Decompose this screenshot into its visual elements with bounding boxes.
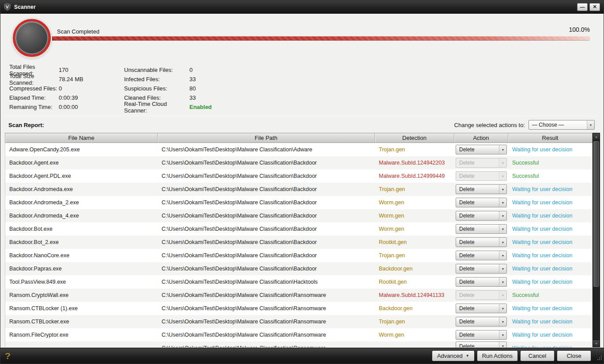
chevron-down-icon: ▼ [499, 291, 506, 300]
file-path-cell: C:\Users\OokamiTest\Desktop\Malware Clas… [158, 213, 375, 219]
action-select[interactable]: Delete▼ [456, 237, 507, 247]
action-value: Delete [456, 305, 499, 311]
action-select[interactable]: Delete▼ [456, 304, 507, 313]
table-row[interactable]: Backdoor.Papras.exeC:\Users\OokamiTest\D… [5, 262, 592, 275]
action-select[interactable]: Delete▼ [456, 211, 507, 221]
table-row[interactable]: Ransom.CryptoWall.exeC:\Users\OokamiTest… [5, 289, 592, 302]
stat-row: Total Size Scanned:78.24 MB [9, 75, 124, 84]
scan-table-body: Adware.OpenCandy.205.exeC:\Users\OokamiT… [5, 143, 593, 347]
close-button-footer[interactable]: Close [557, 350, 591, 361]
advanced-button[interactable]: Advanced ▼ [432, 350, 475, 361]
action-select[interactable]: Delete▼ [456, 317, 507, 326]
action-value: Delete [456, 292, 499, 298]
action-select[interactable]: Delete▼ [456, 251, 507, 260]
column-header-file-path[interactable]: File Path [158, 133, 375, 143]
action-select[interactable]: Delete▼ [456, 330, 507, 340]
stat-label: Compressed Files: [9, 85, 59, 92]
action-select[interactable]: Delete▼ [456, 341, 507, 347]
chevron-down-icon: ▼ [499, 158, 506, 167]
action-select[interactable]: Delete▼ [456, 198, 507, 207]
advanced-button-label: Advanced [437, 353, 463, 359]
chevron-down-icon: ▼ [499, 172, 506, 180]
action-select[interactable]: Delete▼ [456, 224, 507, 234]
table-row[interactable]: Ransom.FileCryptor.exeC:\Users\OokamiTes… [5, 328, 592, 341]
file-path-cell: C:\Users\OokamiTest\Desktop\Malware Clas… [158, 160, 375, 166]
change-actions-select[interactable]: — Choose — ▼ [528, 120, 595, 130]
table-row[interactable]: Backdoor.Agent.exeC:\Users\OokamiTest\De… [5, 156, 592, 169]
action-select[interactable]: Delete▼ [456, 277, 507, 287]
file-path-cell: C:\Users\OokamiTest\Desktop\Malware Clas… [158, 239, 375, 245]
table-row[interactable]: Backdoor.Bot_2.exeC:\Users\OokamiTest\De… [5, 236, 592, 249]
detection-cell: Backdoor.gen [375, 305, 454, 311]
action-select: Delete▼ [456, 158, 507, 168]
table-row[interactable]: Backdoor.Andromeda_2.exeC:\Users\OokamiT… [5, 196, 592, 209]
stat-value: 78.24 MB [59, 76, 83, 83]
file-name-cell: Backdoor.Andromeda.exe [5, 186, 158, 192]
minimize-button[interactable]: — [577, 3, 588, 11]
scrollbar-thumb[interactable] [593, 141, 599, 287]
file-name-cell: Ransom.CTBLocker.exe [5, 319, 158, 325]
action-value: Delete [456, 239, 499, 245]
scroll-down-icon[interactable]: ▼ [593, 340, 600, 347]
result-cell: Waiting for user decision [508, 319, 592, 325]
scrollbar-track[interactable] [593, 140, 600, 340]
action-select[interactable]: Delete▼ [456, 145, 507, 154]
table-row[interactable]: Tool.PassView.849.exeC:\Users\OokamiTest… [5, 275, 592, 289]
detection-cell: Worm.gen [375, 226, 454, 232]
result-cell: Waiting for user decision [508, 305, 592, 311]
file-path-cell: C:\Users\OokamiTest\Desktop\Malware Clas… [158, 186, 375, 192]
cancel-button[interactable]: Cancel [520, 350, 555, 361]
action-value: Delete [456, 226, 499, 232]
action-cell: Delete▼ [454, 315, 508, 328]
table-row[interactable]: Backdoor.Bot.exeC:\Users\OokamiTest\Desk… [5, 222, 592, 236]
table-row[interactable]: Backdoor.Andromeda_4.exeC:\Users\OokamiT… [5, 209, 592, 222]
action-cell: Delete▼ [454, 196, 508, 209]
run-actions-button[interactable]: Run Actions [477, 350, 518, 361]
scan-report-title: Scan Report: [8, 122, 44, 128]
table-row[interactable]: Backdoor.Andromeda.exeC:\Users\OokamiTes… [5, 183, 592, 196]
stats-left: Total Files Scanned:170Total Size Scanne… [9, 65, 124, 112]
help-icon[interactable]: ? [5, 351, 11, 360]
detection-cell: Worm.gen [375, 199, 454, 206]
file-name-cell: Ransom.CryptoWall.exe [5, 292, 158, 298]
table-row[interactable]: Backdoor.Agent.PDL.exeC:\Users\OokamiTes… [5, 169, 592, 183]
result-cell: Waiting for user decision [508, 239, 592, 245]
table-row[interactable]: Backdoor.NanoCore.exeC:\Users\OokamiTest… [5, 249, 592, 262]
column-header-action[interactable]: Action [454, 133, 508, 143]
table-row[interactable]: C:\Users\OokamiTest\Desktop\Malware Clas… [5, 341, 592, 347]
chevron-down-icon: ▼ [587, 120, 594, 129]
scroll-up-icon[interactable]: ▲ [593, 133, 600, 140]
detection-cell: Rootkit.gen [375, 279, 454, 285]
action-select[interactable]: Delete▼ [456, 184, 507, 194]
action-cell: Delete▼ [454, 183, 508, 196]
close-button[interactable]: ✕ [589, 3, 600, 11]
detection-cell: Trojan.gen [375, 146, 454, 153]
stats-right: Unscannable Files:0Infected Files:33Susp… [124, 65, 274, 112]
column-header-detection[interactable]: Detection [375, 133, 454, 143]
table-row[interactable]: Ransom.CTBLocker (1).exeC:\Users\OokamiT… [5, 302, 592, 315]
chevron-down-icon: ▼ [499, 304, 506, 313]
file-path-cell: C:\Users\OokamiTest\Desktop\Malware Clas… [158, 252, 375, 259]
resize-grip-icon[interactable] [597, 354, 602, 362]
column-header-file-name[interactable]: File Name [5, 133, 158, 143]
stat-label: Unscannable Files: [124, 67, 189, 73]
action-value: Delete [456, 186, 499, 192]
file-path-cell: C:\Users\OokamiTest\Desktop\Malware Clas… [158, 226, 375, 232]
result-cell: Waiting for user decision [508, 332, 592, 338]
chevron-down-icon: ▼ [499, 145, 506, 154]
stat-row: Real-Time Cloud Scanner:Enabled [124, 102, 274, 112]
table-row[interactable]: Ransom.CTBLocker.exeC:\Users\OokamiTest\… [5, 315, 592, 328]
table-row[interactable]: Adware.OpenCandy.205.exeC:\Users\OokamiT… [5, 143, 592, 156]
action-select[interactable]: Delete▼ [456, 264, 507, 274]
action-value: Delete [456, 252, 499, 259]
chevron-down-icon: ▼ [466, 354, 469, 358]
action-value: Delete [456, 332, 499, 338]
file-path-cell: C:\Users\OokamiTest\Desktop\Malware Clas… [158, 341, 375, 347]
action-value: Delete [456, 279, 499, 285]
footer-bar: ? Advanced ▼ Run Actions Cancel Close [0, 348, 604, 364]
action-cell: Delete▼ [454, 143, 508, 156]
action-value: Delete [456, 199, 499, 206]
detection-cell: Trojan.gen [375, 319, 454, 325]
chevron-down-icon: ▼ [499, 342, 506, 348]
column-header-result[interactable]: Result [508, 133, 592, 143]
